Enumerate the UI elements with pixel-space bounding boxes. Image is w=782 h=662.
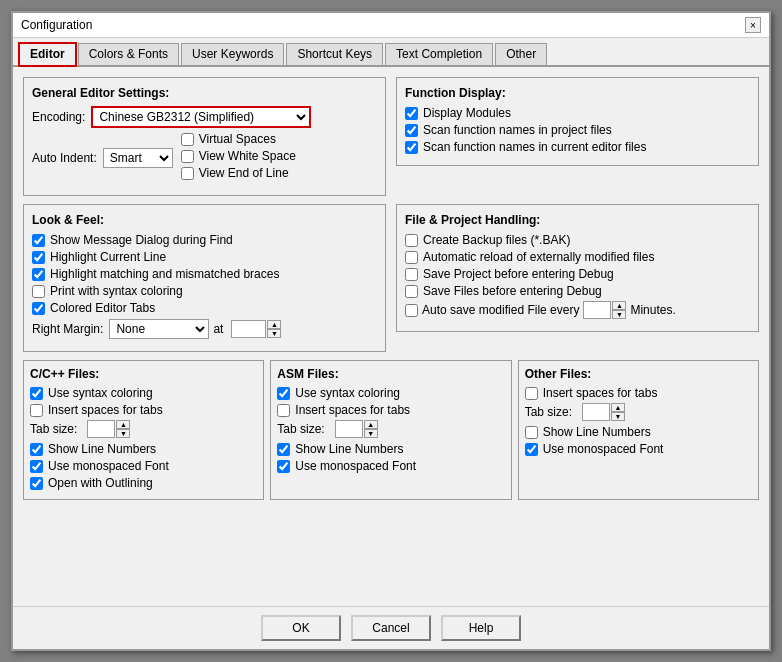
margin-value-input[interactable]: 80 (231, 320, 266, 338)
save-project-debug-checkbox[interactable] (405, 268, 418, 281)
asm-tab-spin-up[interactable]: ▲ (364, 420, 378, 429)
scan-project-checkbox[interactable] (405, 124, 418, 137)
bottom-row: C/C++ Files: Use syntax coloring Insert … (23, 360, 759, 500)
tab-text-completion[interactable]: Text Completion (385, 43, 493, 66)
auto-save-value-input[interactable]: 5 (583, 301, 611, 319)
other-show-line-numbers-checkbox[interactable] (525, 426, 538, 439)
look-feel-title: Look & Feel: (32, 213, 377, 227)
asm-bottom-1: Use monospaced Font (277, 459, 504, 473)
cpp-monospaced-checkbox[interactable] (30, 460, 43, 473)
cpp-syntax-coloring-checkbox[interactable] (30, 387, 43, 400)
other-item-0: Insert spaces for tabs (525, 386, 752, 400)
asm-show-line-numbers-label: Show Line Numbers (295, 442, 403, 456)
asm-bottom-0: Show Line Numbers (277, 442, 504, 456)
asm-syntax-coloring-checkbox[interactable] (277, 387, 290, 400)
auto-save-spin-buttons: ▲ ▼ (612, 301, 626, 319)
asm-insert-spaces-checkbox[interactable] (277, 404, 290, 417)
auto-save-spin-down[interactable]: ▼ (612, 310, 626, 319)
title-bar: Configuration × (13, 13, 769, 38)
right-margin-select[interactable]: None (109, 319, 209, 339)
create-backup-checkbox[interactable] (405, 234, 418, 247)
fp-item-2: Save Project before entering Debug (405, 267, 750, 281)
cpp-item-1: Insert spaces for tabs (30, 403, 257, 417)
highlight-current-line-label: Highlight Current Line (50, 250, 166, 264)
print-syntax-checkbox[interactable] (32, 285, 45, 298)
encoding-select[interactable]: Chinese GB2312 (Simplified) (91, 106, 311, 128)
cpp-insert-spaces-checkbox[interactable] (30, 404, 43, 417)
asm-tab-spinbox: 4 ▲ ▼ (335, 420, 378, 438)
margin-spin-up[interactable]: ▲ (267, 320, 281, 329)
indent-checkboxes: Virtual Spaces View White Space View End… (181, 132, 296, 183)
dialog-footer: OK Cancel Help (13, 606, 769, 649)
other-insert-spaces-checkbox[interactable] (525, 387, 538, 400)
asm-tab-value-input[interactable]: 4 (335, 420, 363, 438)
cpp-item-0: Use syntax coloring (30, 386, 257, 400)
auto-save-checkbox[interactable] (405, 304, 418, 317)
cpp-show-line-numbers-label: Show Line Numbers (48, 442, 156, 456)
view-end-of-line-checkbox[interactable] (181, 167, 194, 180)
asm-item-1: Insert spaces for tabs (277, 403, 504, 417)
asm-show-line-numbers-checkbox[interactable] (277, 443, 290, 456)
highlight-current-line-checkbox[interactable] (32, 251, 45, 264)
margin-spin-down[interactable]: ▼ (267, 329, 281, 338)
asm-tab-spin-down[interactable]: ▼ (364, 429, 378, 438)
configuration-dialog: Configuration × Editor Colors & Fonts Us… (11, 11, 771, 651)
tab-colors-fonts[interactable]: Colors & Fonts (78, 43, 179, 66)
fd-item-0: Display Modules (405, 106, 750, 120)
cpp-files-section: C/C++ Files: Use syntax coloring Insert … (23, 360, 264, 500)
general-section: General Editor Settings: Encoding: Chine… (23, 77, 386, 204)
save-files-debug-label: Save Files before entering Debug (423, 284, 602, 298)
auto-indent-select[interactable]: Smart (103, 148, 173, 168)
help-button[interactable]: Help (441, 615, 521, 641)
right-margin-label: Right Margin: (32, 322, 103, 336)
tab-shortcut-keys[interactable]: Shortcut Keys (286, 43, 383, 66)
encoding-label: Encoding: (32, 110, 85, 124)
cpp-tab-spin-up[interactable]: ▲ (116, 420, 130, 429)
tab-editor[interactable]: Editor (19, 43, 76, 66)
cpp-tab-value-input[interactable]: 4 (87, 420, 115, 438)
create-backup-label: Create Backup files (*.BAK) (423, 233, 570, 247)
tab-other[interactable]: Other (495, 43, 547, 66)
asm-insert-spaces-label: Insert spaces for tabs (295, 403, 410, 417)
tab-user-keywords[interactable]: User Keywords (181, 43, 284, 66)
scan-editor-checkbox[interactable] (405, 141, 418, 154)
highlight-braces-checkbox[interactable] (32, 268, 45, 281)
fd-item-1: Scan function names in project files (405, 123, 750, 137)
colored-editor-tabs-checkbox[interactable] (32, 302, 45, 315)
save-project-debug-label: Save Project before entering Debug (423, 267, 614, 281)
virtual-spaces-label: Virtual Spaces (199, 132, 276, 146)
display-modules-checkbox[interactable] (405, 107, 418, 120)
asm-title: ASM Files: (277, 367, 504, 381)
ok-button[interactable]: OK (261, 615, 341, 641)
other-tab-value-input[interactable]: 4 (582, 403, 610, 421)
right-margin-row: Right Margin: None at 80 ▲ ▼ (32, 319, 377, 339)
save-files-debug-checkbox[interactable] (405, 285, 418, 298)
other-tab-spinbox: 4 ▲ ▼ (582, 403, 625, 421)
cpp-outlining-checkbox[interactable] (30, 477, 43, 490)
show-message-dialog-checkbox[interactable] (32, 234, 45, 247)
other-monospaced-checkbox[interactable] (525, 443, 538, 456)
auto-indent-row: Auto Indent: Smart Virtual Spaces Vi (32, 132, 377, 183)
asm-files-section: ASM Files: Use syntax coloring Insert sp… (270, 360, 511, 500)
asm-monospaced-checkbox[interactable] (277, 460, 290, 473)
file-project-box: File & Project Handling: Create Backup f… (396, 204, 759, 332)
cpp-outlining-label: Open with Outlining (48, 476, 153, 490)
general-title: General Editor Settings: (32, 86, 377, 100)
view-white-space-checkbox[interactable] (181, 150, 194, 163)
cpp-tab-spin-down[interactable]: ▼ (116, 429, 130, 438)
other-tab-spin-up[interactable]: ▲ (611, 403, 625, 412)
cancel-button[interactable]: Cancel (351, 615, 431, 641)
cpp-show-line-numbers-checkbox[interactable] (30, 443, 43, 456)
auto-save-spin-up[interactable]: ▲ (612, 301, 626, 310)
auto-save-label: Auto save modified File every (422, 303, 579, 317)
close-button[interactable]: × (745, 17, 761, 33)
fp-item-3: Save Files before entering Debug (405, 284, 750, 298)
cpp-insert-spaces-label: Insert spaces for tabs (48, 403, 163, 417)
virtual-spaces-checkbox[interactable] (181, 133, 194, 146)
virtual-spaces-row: Virtual Spaces (181, 132, 296, 146)
asm-tab-size-row: Tab size: 4 ▲ ▼ (277, 420, 504, 438)
other-tab-spin-down[interactable]: ▼ (611, 412, 625, 421)
auto-reload-checkbox[interactable] (405, 251, 418, 264)
auto-reload-label: Automatic reload of externally modified … (423, 250, 654, 264)
asm-tab-spin-buttons: ▲ ▼ (364, 420, 378, 438)
